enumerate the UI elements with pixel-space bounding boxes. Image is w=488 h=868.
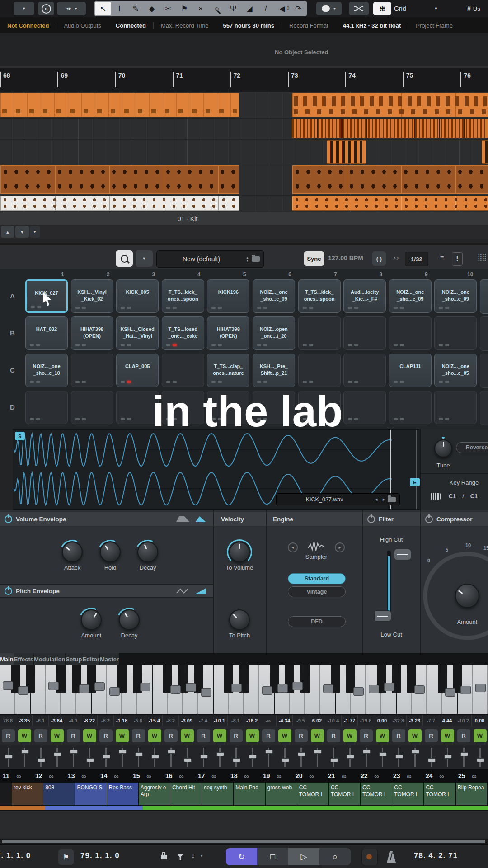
channel-fader[interactable] [325,745,342,769]
chevron-down-icon[interactable]: ▾ [201,854,203,858]
automation-button[interactable]: R [197,729,210,742]
sample-pad[interactable] [434,316,477,350]
channel-name[interactable]: rev kick [12,783,43,805]
power-icon[interactable] [5,587,12,595]
channel-fader[interactable] [146,745,163,769]
channel-name[interactable]: seq synth [202,783,234,805]
automation-button[interactable]: W [474,729,487,742]
preset-selector[interactable]: New (default) ▲▼ [156,250,264,268]
tool-button[interactable]: ✎ [127,2,144,15]
automation-button[interactable]: R [327,729,340,742]
envelope-shape-icon[interactable] [176,516,190,522]
sample-file-bar[interactable]: KICK_027.wav ◄ ► [276,493,400,505]
channel-name[interactable]: 808 [43,783,75,805]
automation-button[interactable]: W [278,729,291,742]
split-view-button[interactable]: ◄▶ ▼ [57,2,86,15]
key-handle[interactable] [3,681,13,690]
automation-button[interactable]: R [2,729,15,742]
tool-button[interactable]: × [192,2,209,15]
automation-button[interactable]: R [67,729,80,742]
automation-button[interactable]: R [34,729,47,742]
channel-fader[interactable] [179,745,195,769]
key-handle[interactable] [170,685,181,694]
key-handle[interactable] [231,684,242,692]
position-display-right[interactable]: 78. 4. 2. 71 [414,851,458,860]
tool-button[interactable]: ◢ [241,2,258,15]
grid-mode-dropdown[interactable]: Grid ▼ [394,2,462,15]
marker-button[interactable]: ⚑ [58,849,74,865]
position-display-mid[interactable]: 79. 1. 1. 0 [80,851,120,860]
channel-name[interactable]: CC TOMOR I [424,783,455,805]
channel-fader[interactable] [472,745,488,769]
key-handle[interactable] [460,686,471,694]
channel-name[interactable]: CC TOMOR I [297,783,329,805]
folder-icon[interactable] [388,497,396,502]
automation-button[interactable]: W [18,729,31,742]
channel-name[interactable]: Main Pad [234,783,265,805]
automation-button[interactable]: R [99,729,113,742]
high-cut-handle[interactable] [394,549,411,560]
channel-fader[interactable] [114,745,130,769]
channel-name[interactable]: gross wob [266,783,297,805]
link-icon[interactable]: ∞ [146,772,151,780]
next-engine-button[interactable]: ► [335,542,345,552]
channel-name[interactable]: BONGO S [75,783,107,805]
audio-clip[interactable] [292,196,488,211]
pitch-decay-knob[interactable] [119,609,140,630]
sample-pad[interactable]: NOIZ..._one _sho...c_09 [434,279,477,313]
play-button[interactable]: ▷ [288,848,319,865]
channel-fader[interactable] [374,745,390,769]
tool-button[interactable]: / [258,2,274,15]
position-display-left[interactable]: 7. 1. 1. 0 [0,851,31,860]
envelope-shape-icon[interactable] [195,588,206,594]
link-icon[interactable]: ∞ [114,772,119,780]
pad-partial[interactable] [480,279,488,314]
record-button[interactable]: ○ [319,848,351,865]
midi-clip[interactable] [292,93,488,117]
bpm-display[interactable]: 127.00 BPM [328,255,363,262]
expand-down-button[interactable]: ▼ [15,226,29,238]
tool-button[interactable]: Ψ [225,2,241,15]
sample-pad[interactable]: NOIZ...open _one...t_20 [253,316,295,350]
sample-pad[interactable]: T_TS...kick_ ones...spoon [162,279,204,313]
pad-partial[interactable] [480,316,488,351]
automation-button[interactable]: R [457,729,470,742]
link-icon[interactable]: ∞ [277,772,282,780]
power-icon[interactable] [425,515,433,523]
key-handle[interactable] [48,682,59,690]
automation-button[interactable]: W [83,729,96,742]
key-handle[interactable] [323,684,333,693]
waveform-display[interactable]: S E KICK_027.wav ◄ ► [13,429,420,510]
midi-clip[interactable] [482,140,488,164]
midi-clip[interactable] [292,119,488,138]
key-handle[interactable] [262,686,272,695]
channel-fader[interactable] [228,745,244,769]
metronome-icon[interactable] [387,851,396,863]
sort-icon[interactable]: ↕ [192,852,195,859]
key-handle[interactable] [186,683,196,692]
sample-pad[interactable]: Audi...locity _Kic...-_F# [343,279,386,313]
automation-button[interactable]: W [181,729,194,742]
audio-clip[interactable] [0,165,239,194]
to-pitch-knob[interactable] [229,609,250,630]
channel-fader[interactable] [49,745,65,769]
sample-pad[interactable]: NOIZ..._one _sho...c_09 [389,279,432,313]
sample-pad[interactable]: KSH..._Vinyl _Kick_02 [71,279,113,313]
sample-pad[interactable] [389,316,432,350]
brackets-button[interactable]: ( ) [372,251,386,266]
key-high-value[interactable]: C1 [470,493,478,500]
key-handle[interactable] [94,682,105,691]
sample-pad[interactable]: KSH..._Closed _Hat..._Vinyl [116,316,159,350]
comments-button[interactable]: ▼ [316,2,342,15]
timeline-ruler[interactable]: 686970717273747576 [0,66,488,94]
link-icon[interactable]: ∞ [309,772,314,780]
midi-clip[interactable] [0,93,239,117]
preset-menu-button[interactable]: ▼ [136,250,153,267]
audio-clip-selected[interactable] [0,196,239,211]
automation-button[interactable]: R [230,729,243,742]
channel-fader[interactable] [16,745,33,769]
link-icon[interactable]: ∞ [342,772,347,780]
tool-button[interactable]: ◆ [144,2,160,15]
sample-pad[interactable]: T_TS...clap_ ones...nature [207,354,249,387]
channel-name[interactable]: Blip Repea [456,783,488,805]
